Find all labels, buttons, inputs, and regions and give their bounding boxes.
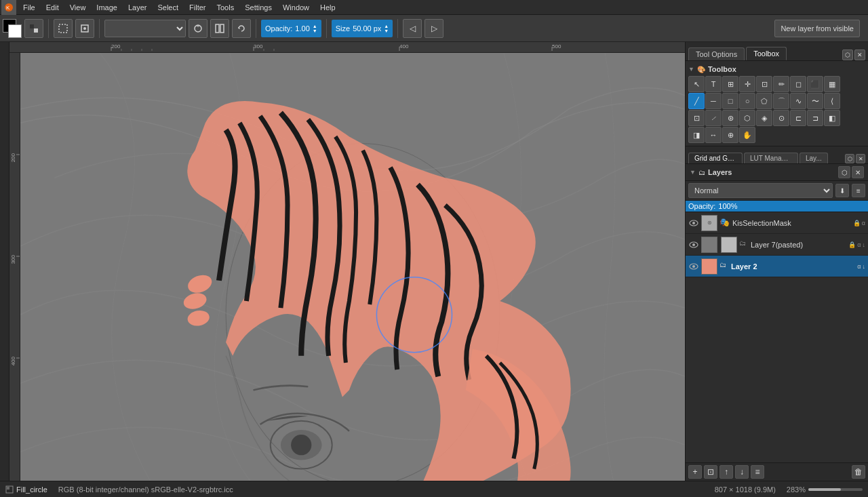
panel-close-btn[interactable]: ✕ [854,49,865,60]
main-area: 200 300 400 500 [0,42,868,481]
tool-line[interactable]: ─ [705,93,722,109]
blend-mode-select[interactable]: Normal [104,20,186,37]
opacity-up[interactable]: ▲ [313,24,317,28]
toolbar-separator-4 [326,19,327,38]
layers-opacity-row[interactable]: Opacity: 100% [686,201,868,212]
menu-image[interactable]: Image [91,2,123,13]
color-selector[interactable] [3,19,22,38]
zoom-slider[interactable] [808,488,863,491]
layers-sort-btn[interactable]: ≡ [852,184,865,197]
tab-grid-gui[interactable]: Grid and Gui... [688,153,743,163]
tool-similar[interactable]: ⊛ [722,110,738,126]
layers-expand-icon[interactable]: ▼ [690,169,696,176]
menu-edit[interactable]: Edit [41,2,64,13]
size-spinner[interactable]: ▲ ▼ [384,24,389,33]
size-control[interactable]: Size 50.00 px ▲ ▼ [332,20,393,37]
tool-freehand[interactable]: ∿ [790,93,806,109]
layers-filter-btn[interactable]: ⬇ [835,184,849,197]
opacity-control[interactable]: Opacity: 1.00 ▲ ▼ [261,20,321,37]
delete-layer-btn[interactable]: 🗑 [852,465,865,479]
tool-grid[interactable]: ⊞ [722,76,738,92]
tool-select[interactable]: ↖ [688,76,705,92]
size-down[interactable]: ▼ [384,28,389,33]
menu-help[interactable]: Help [315,2,341,13]
tool-eraser[interactable]: ◻ [790,76,806,92]
menu-settings[interactable]: Settings [239,2,277,13]
layers-detach-btn[interactable]: ⬡ [838,166,850,178]
tool-polygon[interactable]: ⬠ [756,93,772,109]
opacity-spinner[interactable]: ▲ ▼ [313,24,317,33]
toolbox-expand[interactable]: ▼ [688,66,694,73]
menu-filter[interactable]: Filter [184,2,211,13]
add-layer-btn[interactable]: + [688,465,702,479]
canvas-content[interactable] [20,53,685,481]
menu-tools[interactable]: Tools [212,2,240,13]
panel2-close-btn[interactable]: ✕ [856,154,865,163]
tool-dodge[interactable]: ◧ [824,110,840,126]
tool-path[interactable]: ⌒ [773,93,789,109]
menu-file[interactable]: File [18,2,41,13]
wrap-btn[interactable] [210,19,229,38]
rect-select-btn[interactable] [54,19,73,38]
tool-move[interactable]: ✛ [739,76,755,92]
menu-layer[interactable]: Layer [123,2,153,13]
layers-blend-select[interactable]: Normal Multiply Screen [688,183,833,198]
move-down-btn[interactable]: ↓ [735,465,749,479]
tool-perspective[interactable]: ◈ [756,110,772,126]
tab-tool-options[interactable]: Tool Options [688,47,745,60]
tab-lut-manage[interactable]: LUT Managem... [744,153,798,163]
tab-layers-short[interactable]: Lay... [800,153,828,163]
tool-pencil[interactable]: ╱ [688,93,705,109]
tool-dynamic[interactable]: 〜 [807,93,823,109]
rotate-right-btn[interactable]: ▷ [425,19,443,38]
menu-select[interactable]: Select [152,2,184,13]
tool-gradient[interactable]: ▦ [824,76,840,92]
tool-rect[interactable]: □ [722,93,738,109]
tool-burn[interactable]: ◨ [688,127,705,143]
tool-measure[interactable]: ↔ [705,127,722,143]
size-up[interactable]: ▲ [384,24,389,28]
panel-detach-btn[interactable]: ⬡ [842,49,853,60]
tool-color-picker[interactable]: ⊏ [790,110,806,126]
opacity-down[interactable]: ▼ [313,28,317,33]
layers-close-btn[interactable]: ✕ [852,166,864,178]
rotate-left-btn[interactable]: ◁ [403,19,422,38]
tool-fill[interactable]: ⬛ [807,76,823,92]
new-layer-visible-btn[interactable]: New layer from visible [774,20,860,37]
color-settings-btn[interactable] [24,19,43,38]
menu-view[interactable]: View [64,2,92,13]
refresh-btn[interactable] [232,19,251,38]
layer-eye-2[interactable] [688,261,699,272]
tool-multibrush[interactable]: ⟨ [824,93,840,109]
tool-zoom[interactable]: ⊕ [722,127,738,143]
layer-row-2[interactable]: 🗂 Layer 2 α ↓ [686,256,868,277]
tool-ellipse[interactable]: ○ [739,93,755,109]
rotate-left-icon: ◁ [410,24,416,33]
tool-pan[interactable]: ✋ [739,127,755,143]
tool-shear[interactable]: ⬡ [739,110,755,126]
layer-row-0[interactable]: ⊛ 🎭 KisSelectionMask 🔒 α [686,212,868,234]
merge-layer-btn[interactable]: ≡ [751,465,764,479]
duplicate-layer-btn[interactable]: ⊡ [704,465,717,479]
svg-text:K: K [6,5,10,11]
tool-transform-select[interactable]: ⊡ [688,110,705,126]
canvas-area[interactable]: 200 300 400 500 [9,42,685,481]
tab-toolbox[interactable]: Toolbox [746,47,787,60]
tool-text[interactable]: T [705,76,722,92]
layers-opacity-label: Opacity: [688,202,715,210]
menu-window[interactable]: Window [277,2,315,13]
transform-btn[interactable] [75,19,94,38]
background-color[interactable] [8,24,22,38]
tool-smudge[interactable]: ⊙ [773,110,789,126]
layer-row-1[interactable]: 🗂 Layer 7(pasted) 🔒 α ↓ [686,234,868,256]
layer-name-2: Layer 2 [731,262,855,271]
layer-eye-1[interactable] [688,239,699,250]
tool-crop[interactable]: ⊡ [756,76,772,92]
tool-paint[interactable]: ✏ [773,76,789,92]
panel2-detach-btn[interactable]: ⬡ [845,154,854,163]
move-up-btn[interactable]: ↑ [719,465,733,479]
layer-eye-0[interactable] [688,218,699,228]
reset-btn[interactable] [189,19,208,38]
tool-contiguous[interactable]: ⟋ [705,110,722,126]
tool-color-fill[interactable]: ⊐ [807,110,823,126]
